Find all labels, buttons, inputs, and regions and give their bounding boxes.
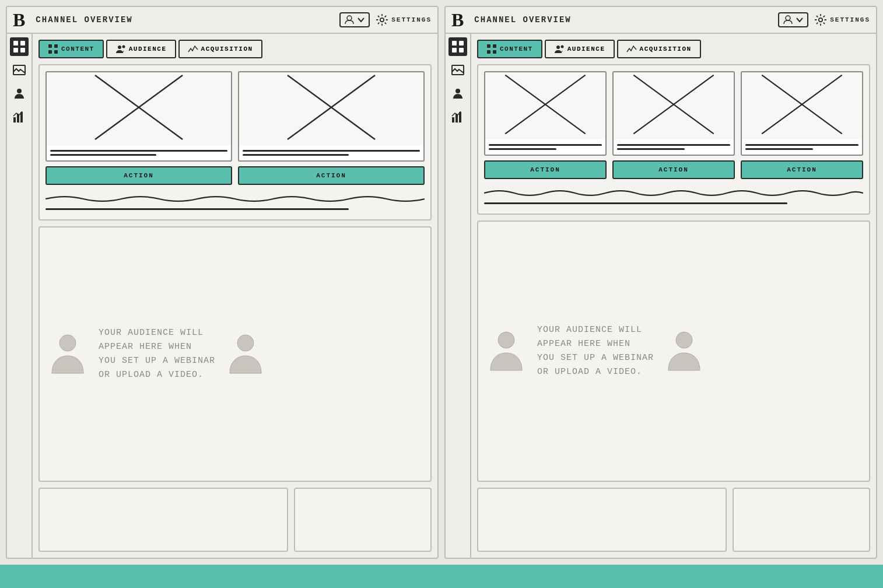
right-settings-btn[interactable]: SETTINGS — [814, 13, 870, 26]
left-acquisition-icon — [188, 44, 198, 54]
left-card-2-line2 — [243, 154, 349, 156]
left-gear-icon — [376, 13, 388, 26]
left-brand: B — [13, 10, 25, 29]
left-panel-body: CONTENT AUDIENCE — [7, 34, 437, 558]
left-card-2 — [238, 71, 425, 162]
right-tab-content[interactable]: CONTENT — [477, 40, 542, 58]
svg-point-22 — [237, 335, 254, 351]
right-tabs: CONTENT AUDIENCE — [477, 40, 870, 58]
left-settings-btn[interactable]: SETTINGS — [376, 13, 432, 26]
right-user-icons[interactable] — [778, 12, 808, 27]
right-user-icon — [783, 15, 793, 25]
left-bottom-row — [38, 488, 432, 552]
right-sidebar-person[interactable] — [448, 84, 467, 103]
left-wave-svg — [45, 193, 425, 205]
left-sidebar-chart[interactable] — [10, 107, 29, 126]
right-action-btn-1[interactable]: ACTION — [484, 160, 607, 179]
right-gear-icon — [814, 13, 827, 26]
left-user-icons[interactable] — [339, 12, 370, 27]
right-cards-row — [484, 71, 863, 156]
left-action-btn-1[interactable]: ACTION — [45, 166, 232, 185]
right-tab-audience[interactable]: AUDIENCE — [545, 40, 615, 58]
right-tab-content-label: CONTENT — [500, 46, 533, 52]
svg-rect-32 — [455, 114, 458, 123]
right-wave-area — [484, 184, 863, 208]
left-audience-section: YOUR AUDIENCE WILL APPEAR HERE WHEN YOU … — [38, 226, 432, 482]
left-sidebar-grid[interactable] — [10, 37, 29, 56]
right-panel: B CHANNEL OVERVIEW SETTINGS — [444, 6, 877, 559]
left-dropdown-icon — [357, 16, 365, 24]
left-sidebar-image[interactable] — [10, 61, 29, 79]
svg-point-46 — [498, 332, 514, 348]
right-audience-icon — [554, 44, 565, 54]
left-tab-audience[interactable]: AUDIENCE — [106, 40, 176, 58]
right-card-3-line1 — [745, 144, 859, 146]
left-content-icon — [48, 44, 58, 54]
right-card-1 — [484, 71, 607, 156]
svg-rect-12 — [54, 44, 58, 48]
left-bottom-widget-2 — [294, 488, 432, 552]
left-tab-content-label: CONTENT — [61, 46, 94, 52]
right-bottom-widget-1 — [477, 488, 727, 552]
right-card-1-line2 — [489, 148, 556, 150]
svg-rect-28 — [459, 48, 464, 52]
right-tab-audience-label: AUDIENCE — [567, 46, 605, 52]
right-tab-acquisition[interactable]: ACQUISITION — [617, 40, 701, 58]
right-bottom-widget-2 — [733, 488, 870, 552]
svg-point-39 — [560, 46, 563, 48]
svg-rect-11 — [48, 44, 52, 48]
left-sidebar-person[interactable] — [10, 84, 29, 103]
right-content-icon — [486, 44, 497, 54]
right-wave-svg — [484, 187, 863, 199]
left-page-title: CHANNEL OVERVIEW — [36, 15, 334, 24]
svg-point-23 — [786, 16, 790, 20]
footer — [0, 565, 883, 588]
right-acquisition-icon — [626, 44, 637, 54]
right-action-btns: ACTION ACTION ACTION — [484, 160, 863, 179]
svg-rect-35 — [493, 44, 496, 48]
left-panel: B CHANNEL OVERVIEW SETTINGS — [6, 6, 439, 559]
right-dropdown-icon — [796, 16, 804, 24]
right-action-btn-2[interactable]: ACTION — [612, 160, 735, 179]
left-tab-content[interactable]: CONTENT — [38, 40, 104, 58]
svg-point-1 — [380, 18, 384, 22]
left-tab-acquisition-label: ACQUISITION — [201, 46, 253, 52]
right-card-3-image — [742, 72, 862, 139]
left-tab-acquisition[interactable]: ACQUISITION — [178, 40, 262, 58]
right-person-2 — [665, 330, 703, 373]
right-sidebar-image[interactable] — [448, 61, 467, 79]
left-person-2 — [227, 332, 265, 376]
right-card-2-line2 — [617, 148, 685, 150]
right-card-1-line1 — [489, 144, 602, 146]
right-card-2-image — [614, 72, 734, 139]
right-audience-text: YOUR AUDIENCE WILL APPEAR HERE WHEN YOU … — [537, 323, 654, 379]
right-card-2-line1 — [617, 144, 730, 146]
svg-point-30 — [455, 89, 460, 93]
right-settings-label: SETTINGS — [830, 16, 870, 23]
right-main-area: CONTENT AUDIENCE — [471, 34, 876, 558]
right-content-section: ACTION ACTION ACTION — [477, 64, 870, 215]
svg-rect-2 — [13, 41, 18, 46]
right-card-1-image — [485, 72, 605, 139]
svg-rect-36 — [487, 50, 490, 54]
left-cards-row — [45, 71, 425, 162]
left-content-section: ACTION ACTION — [38, 64, 432, 220]
left-action-btn-2[interactable]: ACTION — [238, 166, 425, 185]
left-card-1-image — [47, 72, 231, 145]
svg-rect-13 — [48, 50, 52, 54]
left-top-bar: B CHANNEL OVERVIEW SETTINGS — [7, 7, 437, 34]
svg-point-0 — [347, 16, 352, 20]
left-action-btns: ACTION ACTION — [45, 166, 425, 185]
main-content: B CHANNEL OVERVIEW SETTINGS — [0, 0, 883, 565]
right-person-1 — [488, 330, 525, 373]
left-card-2-line1 — [243, 150, 420, 152]
right-action-btn-3[interactable]: ACTION — [741, 160, 863, 179]
left-card-1 — [45, 71, 232, 162]
left-settings-label: SETTINGS — [391, 16, 432, 23]
right-bottom-row — [477, 488, 870, 552]
left-card-2-image — [239, 72, 423, 145]
right-sidebar-grid[interactable] — [448, 37, 467, 56]
left-card-1-line2 — [50, 154, 156, 156]
right-sidebar-chart[interactable] — [448, 107, 467, 126]
svg-rect-5 — [20, 48, 25, 52]
